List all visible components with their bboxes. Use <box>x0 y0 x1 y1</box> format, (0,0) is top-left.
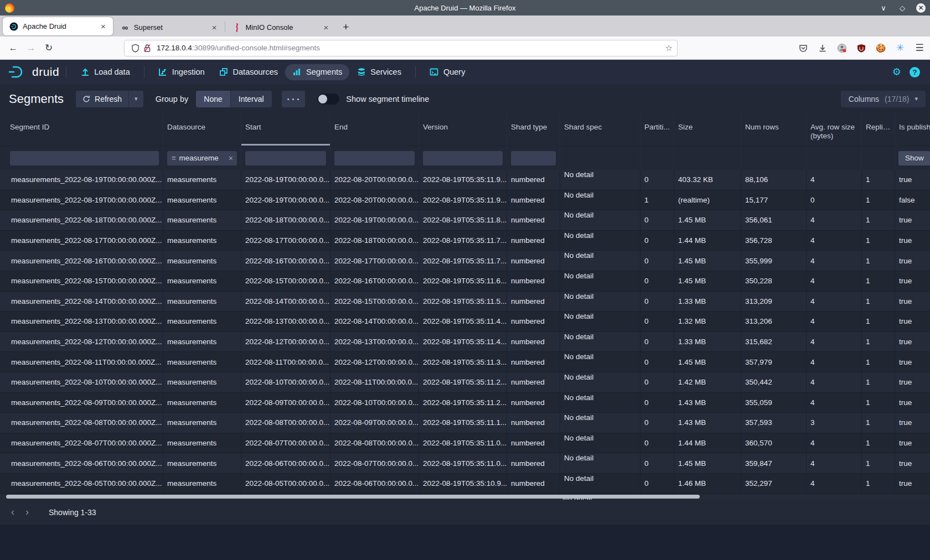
cell-replicas[interactable]: 1 <box>862 170 895 190</box>
cell-partition[interactable]: 0 <box>640 170 674 190</box>
cell-partition[interactable]: 0 <box>640 292 674 312</box>
cell-is_published[interactable]: false <box>895 190 930 211</box>
cell-size[interactable]: 1.32 MB <box>674 312 741 332</box>
refresh-dropdown-caret[interactable]: ▾ <box>128 91 143 107</box>
cell-partition[interactable]: 0 <box>640 372 674 393</box>
cell-segment_id[interactable]: measurements_2022-08-19T00:00:00.000Z... <box>0 190 163 211</box>
cell-end[interactable]: 2022-08-19T00:00:00.0... <box>330 210 419 231</box>
cell-end[interactable]: 2022-08-20T00:00:00.0... <box>330 170 419 190</box>
cell-is_published[interactable]: true <box>895 352 930 372</box>
cell-num_rows[interactable]: 313,209 <box>741 292 807 312</box>
cell-partition[interactable]: 0 <box>640 312 674 332</box>
cell-start[interactable]: 2022-08-09T00:00:00.0... <box>241 393 330 413</box>
cell-version[interactable]: 2022-08-19T05:35:10.9... <box>419 474 507 494</box>
cell-shard_type[interactable]: numbered <box>507 231 560 251</box>
cell-num_rows[interactable]: 355,999 <box>741 251 807 271</box>
cell-start[interactable]: 2022-08-19T00:00:00.0... <box>241 190 330 211</box>
cell-end[interactable]: 2022-08-08T00:00:00.0... <box>330 433 419 454</box>
cell-replicas[interactable]: 1 <box>862 393 895 413</box>
bookmark-star-icon[interactable]: ☆ <box>665 43 673 53</box>
cell-start[interactable]: 2022-08-19T00:00:00.0... <box>241 170 330 190</box>
druid-brand[interactable]: druid <box>8 65 59 79</box>
cell-datasource[interactable]: measurements <box>163 190 241 211</box>
cell-avg_row_size[interactable]: 4 <box>807 170 862 190</box>
cell-version[interactable]: 2022-08-19T05:35:11.8... <box>419 210 507 231</box>
cell-start[interactable]: 2022-08-14T00:00:00.0... <box>241 292 330 312</box>
cell-shard_spec[interactable]: No detail <box>560 352 640 372</box>
cell-end[interactable]: 2022-08-07T00:00:00.0... <box>330 453 419 474</box>
cell-avg_row_size[interactable]: 4 <box>807 332 862 352</box>
cell-is_published[interactable]: true <box>895 393 930 413</box>
cell-start[interactable]: 2022-08-05T00:00:00.0... <box>241 474 330 494</box>
cell-end[interactable]: 2022-08-14T00:00:00.0... <box>330 312 419 332</box>
cell-datasource[interactable]: measurements <box>163 312 241 332</box>
cell-shard_type[interactable]: numbered <box>507 433 560 454</box>
cell-end[interactable]: 2022-08-12T00:00:00.0... <box>330 352 419 372</box>
cell-replicas[interactable]: 1 <box>862 413 895 433</box>
cell-end[interactable]: 2022-08-11T00:00:00.0... <box>330 372 419 393</box>
cell-size[interactable]: 1.45 MB <box>674 210 741 231</box>
cell-num_rows[interactable]: 356,061 <box>741 210 807 231</box>
cell-num_rows[interactable]: 313,206 <box>741 312 807 332</box>
cell-shard_spec[interactable]: No detail <box>560 413 640 433</box>
cookie-icon[interactable]: 🍪 <box>876 43 886 53</box>
cell-avg_row_size[interactable]: 0 <box>807 190 862 211</box>
prev-page-icon[interactable]: ‹ <box>6 506 20 518</box>
cell-start[interactable]: 2022-08-13T00:00:00.0... <box>241 312 330 332</box>
cell-datasource[interactable]: measurements <box>163 393 241 413</box>
cell-segment_id[interactable]: measurements_2022-08-16T00:00:00.000Z... <box>0 251 163 271</box>
back-icon[interactable]: ← <box>4 43 22 54</box>
cell-shard_spec[interactable]: No detail <box>560 292 640 312</box>
more-options-button[interactable]: • • • <box>282 91 306 107</box>
nav-item-load-data[interactable]: Load data <box>73 64 137 80</box>
pocket-icon[interactable] <box>798 43 808 53</box>
cell-segment_id[interactable]: measurements_2022-08-19T00:00:00.000Z... <box>0 170 163 190</box>
cell-shard_spec[interactable]: No detail <box>560 271 640 292</box>
cell-size[interactable]: 1.33 MB <box>674 332 741 352</box>
column-header-num_rows[interactable]: Num rows <box>741 113 807 146</box>
cell-num_rows[interactable]: 88,106 <box>741 170 807 190</box>
new-tab-button[interactable]: + <box>336 21 355 37</box>
cell-partition[interactable]: 0 <box>640 393 674 413</box>
cell-end[interactable]: 2022-08-15T00:00:00.0... <box>330 292 419 312</box>
filter-input-end[interactable] <box>334 151 415 165</box>
cell-shard_spec[interactable]: No detail <box>560 231 640 251</box>
cell-size[interactable]: 403.32 KB <box>674 170 741 190</box>
column-header-segment_id[interactable]: Segment ID <box>0 113 163 146</box>
cell-partition[interactable]: 0 <box>640 413 674 433</box>
cell-shard_type[interactable]: numbered <box>507 271 560 292</box>
cell-num_rows[interactable]: 360,570 <box>741 433 807 454</box>
cell-end[interactable]: 2022-08-17T00:00:00.0... <box>330 251 419 271</box>
cell-is_published[interactable]: true <box>895 251 930 271</box>
cell-num_rows[interactable]: 315,682 <box>741 332 807 352</box>
cell-partition[interactable]: 1 <box>640 190 674 211</box>
downloads-icon[interactable] <box>818 43 828 53</box>
cell-version[interactable]: 2022-08-19T05:35:11.4... <box>419 332 507 352</box>
next-page-icon[interactable]: › <box>20 506 34 518</box>
cell-version[interactable]: 2022-08-19T05:35:11.9... <box>419 190 507 211</box>
cell-start[interactable]: 2022-08-12T00:00:00.0... <box>241 332 330 352</box>
cell-version[interactable]: 2022-08-19T05:35:11.5... <box>419 292 507 312</box>
cell-segment_id[interactable]: measurements_2022-08-05T00:00:00.000Z... <box>0 474 163 494</box>
shield-icon[interactable] <box>129 44 141 53</box>
column-header-datasource[interactable]: Datasource <box>163 113 241 146</box>
cell-start[interactable]: 2022-08-15T00:00:00.0... <box>241 271 330 292</box>
cell-shard_type[interactable]: numbered <box>507 190 560 211</box>
cell-size[interactable]: 1.45 MB <box>674 271 741 292</box>
nav-item-datasources[interactable]: Datasources <box>212 64 285 80</box>
cell-size[interactable]: 1.43 MB <box>674 413 741 433</box>
cell-datasource[interactable]: measurements <box>163 474 241 494</box>
cell-is_published[interactable]: true <box>895 413 930 433</box>
cell-replicas[interactable]: 1 <box>862 190 895 211</box>
filter-input-start[interactable] <box>245 151 326 165</box>
cell-version[interactable]: 2022-08-19T05:35:11.0... <box>419 453 507 474</box>
cell-version[interactable]: 2022-08-19T05:35:11.2... <box>419 393 507 413</box>
cell-start[interactable]: 2022-08-10T00:00:00.0... <box>241 372 330 393</box>
column-header-is_published[interactable]: Is published <box>895 113 930 146</box>
column-header-replicas[interactable]: Replic... <box>862 113 895 146</box>
cell-num_rows[interactable]: 359,847 <box>741 453 807 474</box>
remove-filter-icon[interactable]: × <box>229 154 233 163</box>
cell-end[interactable]: 2022-08-06T00:00:00.0... <box>330 474 419 494</box>
cell-replicas[interactable]: 1 <box>862 453 895 474</box>
close-tab-icon[interactable]: × <box>322 23 330 32</box>
